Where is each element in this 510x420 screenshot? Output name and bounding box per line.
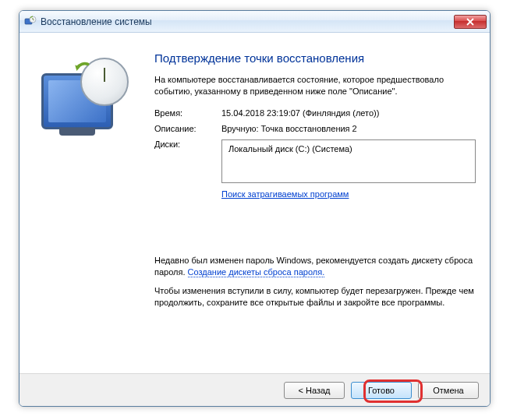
- titlebar[interactable]: Восстановление системы: [19, 11, 490, 33]
- password-note: Недавно был изменен пароль Windows, реко…: [154, 255, 476, 278]
- dialog-heading: Подтверждение точки восстановления: [154, 51, 476, 65]
- back-button[interactable]: < Назад: [284, 382, 345, 399]
- description-value: Вручную: Точка восстановления 2: [221, 124, 476, 133]
- description-label: Описание:: [154, 124, 221, 133]
- finish-button[interactable]: Готово: [351, 382, 412, 399]
- system-restore-icon: [40, 58, 133, 139]
- password-reset-disk-link[interactable]: Создание дискеты сброса пароля.: [188, 267, 325, 277]
- disk-item: Локальный диск (C:) (Система): [228, 144, 352, 154]
- dialog-body: Подтверждение точки восстановления На ко…: [19, 33, 490, 373]
- disks-row: Диски: Локальный диск (C:) (Система): [154, 139, 476, 183]
- scan-affected-programs-link[interactable]: Поиск затрагиваемых программ: [221, 189, 349, 199]
- scan-link-row: Поиск затрагиваемых программ: [221, 189, 476, 199]
- time-value: 15.04.2018 23:19:07 (Финляндия (лето)): [221, 108, 476, 118]
- restart-note: Чтобы изменения вступили в силу, компьют…: [154, 285, 476, 309]
- content-pane: Подтверждение точки восстановления На ко…: [154, 41, 476, 373]
- app-icon: [24, 16, 37, 28]
- lower-notes: Недавно был изменен пароль Windows, реко…: [154, 255, 476, 309]
- disks-label: Диски:: [154, 139, 221, 183]
- close-button[interactable]: [454, 15, 487, 29]
- button-bar: < Назад Готово Отмена: [19, 373, 490, 406]
- description-row: Описание: Вручную: Точка восстановления …: [154, 124, 476, 133]
- time-label: Время:: [154, 108, 221, 118]
- intro-text: На компьютере восстанавливается состояни…: [154, 74, 476, 97]
- cancel-button[interactable]: Отмена: [418, 382, 479, 399]
- disks-listbox[interactable]: Локальный диск (C:) (Система): [221, 139, 476, 183]
- system-restore-window: Восстановление системы Подтверждение точ…: [19, 10, 491, 407]
- wizard-graphic-pane: [34, 41, 154, 373]
- time-row: Время: 15.04.2018 23:19:07 (Финляндия (л…: [154, 108, 476, 118]
- window-title: Восстановление системы: [41, 16, 454, 27]
